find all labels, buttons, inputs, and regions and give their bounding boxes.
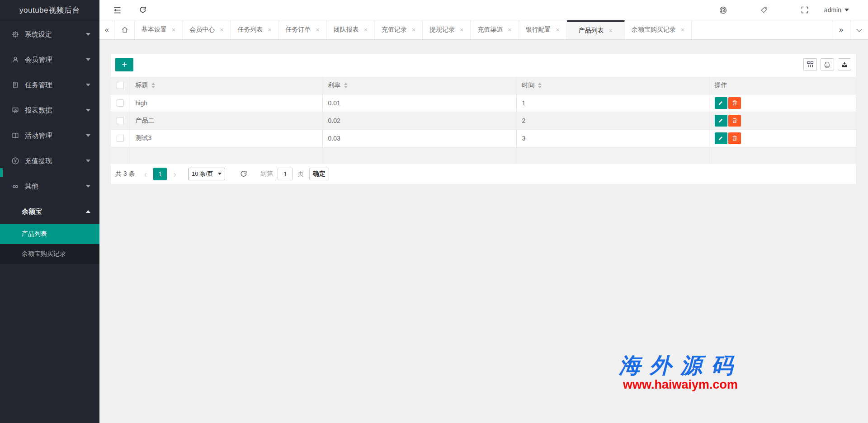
sort-icon[interactable] xyxy=(538,83,542,88)
tab-recharge-records[interactable]: 充值记录× xyxy=(375,20,423,39)
next-page-button[interactable]: › xyxy=(173,169,176,179)
row-select-cell xyxy=(111,129,130,147)
tab-label: 提现记录 xyxy=(429,26,455,34)
tab-close-icon[interactable]: × xyxy=(609,27,613,34)
page-size-select[interactable]: 10 条/页 xyxy=(188,168,225,180)
chevron-down-icon xyxy=(856,26,862,32)
edit-button[interactable] xyxy=(715,115,727,127)
submenu-item-yuebao-purchase-records[interactable]: 余额宝购买记录 xyxy=(0,244,99,264)
confirm-button[interactable]: 确定 xyxy=(309,168,329,180)
username: admin xyxy=(824,6,841,14)
chart-board-icon xyxy=(11,106,20,115)
fullscreen-icon[interactable] xyxy=(801,6,809,14)
submenu-item-product-list[interactable]: 产品列表 xyxy=(0,224,99,244)
goto-page-input[interactable] xyxy=(278,168,293,180)
column-label: 操作 xyxy=(715,81,727,89)
sidebar-item-report-data[interactable]: 报表数据 xyxy=(0,98,99,123)
sidebar-item-task-management[interactable]: 任务管理 xyxy=(0,72,99,98)
tab-close-icon[interactable]: × xyxy=(220,26,223,33)
tabs-menu-button[interactable] xyxy=(850,20,868,39)
edit-pencil-icon xyxy=(718,100,724,106)
tab-label: 团队报表 xyxy=(334,26,359,34)
sort-icon[interactable] xyxy=(151,83,155,88)
tabs-scroll-left-button[interactable]: « xyxy=(99,20,115,39)
page-number-button[interactable]: 1 xyxy=(153,168,167,180)
tag-icon[interactable] xyxy=(760,6,768,14)
table-row: 产品二0.022 xyxy=(111,112,856,129)
tab-close-icon[interactable]: × xyxy=(316,26,320,33)
goto-unit-label: 页 xyxy=(297,170,304,178)
trash-icon xyxy=(732,135,737,141)
row-checkbox[interactable] xyxy=(117,135,124,142)
tab-basic-settings[interactable]: 基本设置× xyxy=(135,20,183,39)
watermark-url: www.haiwaiym.com xyxy=(606,378,755,391)
sidebar-item-member-management[interactable]: 会员管理 xyxy=(0,47,99,72)
chevron-down-icon xyxy=(844,9,849,11)
tab-label: 基本设置 xyxy=(142,26,167,34)
edit-button[interactable] xyxy=(715,132,727,144)
delete-button[interactable] xyxy=(728,132,741,144)
tab-close-icon[interactable]: × xyxy=(412,26,415,33)
tab-withdraw-records[interactable]: 提现记录× xyxy=(423,20,471,39)
edit-button[interactable] xyxy=(715,97,727,109)
tab-close-icon[interactable]: × xyxy=(556,26,560,33)
delete-button[interactable] xyxy=(728,97,741,109)
tab-recharge-channels[interactable]: 充值渠道× xyxy=(471,20,519,39)
sidebar-group-label: 余额宝 xyxy=(22,207,42,216)
columns-icon xyxy=(807,61,814,68)
tab-member-center[interactable]: 会员中心× xyxy=(183,20,231,39)
tab-label: 充值记录 xyxy=(382,26,407,34)
sidebar-group-yuebao[interactable]: 余额宝 xyxy=(0,199,99,224)
yen-circle-icon xyxy=(11,156,20,165)
pagination: 共 3 条 ‹ 1 › 10 条/页 到第 页 确定 xyxy=(111,164,856,184)
tab-yuebao-purchase-records[interactable]: 余额宝购买记录× xyxy=(625,20,692,39)
sidebar-item-recharge-withdraw[interactable]: 充值提现 xyxy=(0,148,99,174)
sort-icon[interactable] xyxy=(344,83,348,88)
tab-task-list[interactable]: 任务列表× xyxy=(231,20,278,39)
sidebar-item-activity-management[interactable]: 活动管理 xyxy=(0,123,99,148)
tab-close-icon[interactable]: × xyxy=(364,26,368,33)
print-button[interactable] xyxy=(821,58,834,70)
row-checkbox[interactable] xyxy=(117,99,124,107)
sidebar-item-label: 充值提现 xyxy=(25,157,52,165)
export-button[interactable] xyxy=(838,58,851,70)
tab-close-icon[interactable]: × xyxy=(268,26,271,33)
chevron-down-icon xyxy=(86,185,90,188)
sidebar-item-label: 其他 xyxy=(25,182,38,191)
tabs-scroll-right-button[interactable]: » xyxy=(832,20,850,39)
tab-task-orders[interactable]: 任务订单× xyxy=(279,20,327,39)
watermark-text: 海外源码 xyxy=(606,352,755,378)
theme-palette-icon[interactable] xyxy=(719,6,727,14)
cell-time: 2 xyxy=(516,112,709,129)
tab-team-report[interactable]: 团队报表× xyxy=(327,20,375,39)
menu-fold-icon[interactable] xyxy=(113,6,122,14)
user-menu[interactable]: admin xyxy=(824,6,849,14)
filter-columns-button[interactable] xyxy=(803,58,817,70)
cell-actions xyxy=(709,94,856,112)
row-checkbox[interactable] xyxy=(117,117,124,124)
tab-bank-config[interactable]: 银行配置× xyxy=(519,20,567,39)
tab-close-icon[interactable]: × xyxy=(508,26,511,33)
tab-close-icon[interactable]: × xyxy=(681,26,684,33)
sidebar-item-label: 任务管理 xyxy=(25,81,52,89)
tab-close-icon[interactable]: × xyxy=(460,26,463,33)
select-all-checkbox[interactable] xyxy=(117,82,124,89)
column-header: 标题 xyxy=(130,77,322,94)
home-tab-button[interactable] xyxy=(115,20,135,39)
delete-button[interactable] xyxy=(728,115,741,127)
column-label: 利率 xyxy=(328,81,341,89)
sidebar-item-other[interactable]: ∞其他 xyxy=(0,174,99,199)
add-button[interactable]: + xyxy=(115,58,133,71)
prev-page-button[interactable]: ‹ xyxy=(144,169,147,179)
chevron-down-icon xyxy=(86,84,90,86)
tab-close-icon[interactable]: × xyxy=(172,26,175,33)
tab-label: 充值渠道 xyxy=(477,26,503,34)
pager-refresh-button[interactable] xyxy=(240,170,248,178)
tab-label: 余额宝购买记录 xyxy=(632,26,676,34)
chevron-down-icon xyxy=(86,33,90,36)
table-row: high0.011 xyxy=(111,94,856,112)
export-icon xyxy=(841,61,848,68)
refresh-icon[interactable] xyxy=(139,6,147,14)
sidebar-item-system-settings[interactable]: 系统设定 xyxy=(0,22,99,47)
tab-product-list[interactable]: 产品列表× xyxy=(567,20,625,39)
